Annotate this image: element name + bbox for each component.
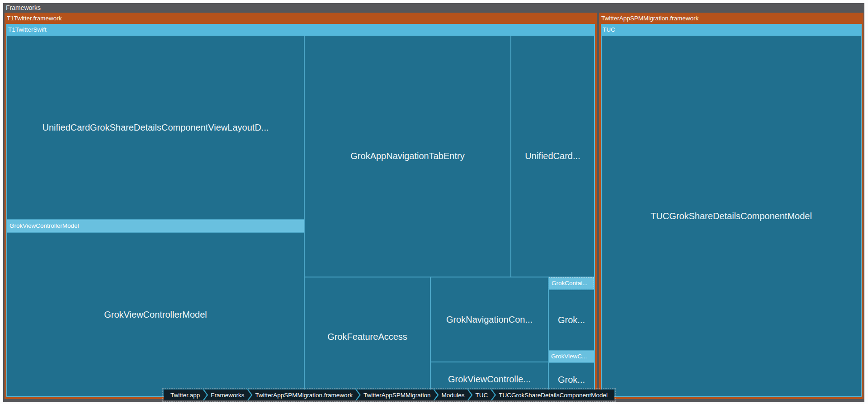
- node-label: TUCGrokShareDetailsComponentModel: [647, 211, 816, 221]
- node-label: GrokNavigationCon...: [443, 315, 536, 325]
- framework-label-t1twitter: T1Twitter.framework: [7, 13, 594, 24]
- node-group-header-grok-container[interactable]: GrokContai...: [549, 277, 594, 289]
- node-label: GrokViewControlle...: [444, 374, 534, 385]
- breadcrumb-item-modules[interactable]: Modules: [434, 390, 471, 400]
- breadcrumb-item-tuc[interactable]: TUC: [468, 390, 495, 400]
- module-group-tuc[interactable]: TUC TUCGrokShareDetailsComponentModel: [601, 24, 862, 397]
- breadcrumb-item-twitterappspmmigration-framework[interactable]: TwitterAppSPMMigration.framework: [249, 390, 359, 400]
- treemap-page: Frameworks T1Twitter.framework T1Twitter…: [0, 0, 868, 404]
- node-label: GrokAppNavigationTabEntry: [347, 151, 468, 161]
- node-grok-feature-access[interactable]: GrokFeatureAccess: [305, 277, 430, 396]
- framework-group-twitterappspmmigration[interactable]: TwitterAppSPMMigration.framework TUC TUC…: [599, 13, 863, 399]
- node-grok-container-child[interactable]: Grok...: [549, 290, 594, 350]
- breadcrumb-item-frameworks[interactable]: Frameworks: [204, 390, 251, 400]
- module-label-t1twitterswift: T1TwitterSwift: [8, 24, 593, 36]
- node-label: Grok...: [554, 375, 589, 385]
- frameworks-group-label: Frameworks: [6, 3, 41, 13]
- breadcrumb-item-twitter-app[interactable]: Twitter.app: [164, 390, 207, 400]
- breadcrumb-item-tucgroksharedetailscomponentmodel[interactable]: TUCGrokShareDetailsComponentModel: [492, 390, 614, 400]
- treemap-content-t1twitterswift: UnifiedCardGrokShareDetailsComponentView…: [7, 36, 594, 396]
- treemap-content-tuc: TUCGrokShareDetailsComponentModel: [602, 36, 861, 396]
- node-tuc-grok-share-details-component-model[interactable]: TUCGrokShareDetailsComponentModel: [602, 36, 861, 396]
- node-label: Grok...: [554, 315, 589, 325]
- node-group-header-grok-view-c[interactable]: GrokViewC...: [549, 351, 594, 362]
- node-group-header-grok-vc-model[interactable]: GrokViewControllerModel: [7, 220, 304, 232]
- node-label: GrokFeatureAccess: [324, 332, 411, 342]
- breadcrumb-item-twitterappspmmigration[interactable]: TwitterAppSPMMigration: [357, 390, 438, 400]
- node-unified-card[interactable]: UnifiedCard...: [511, 36, 594, 277]
- node-label: UnifiedCard...: [521, 151, 584, 161]
- framework-group-t1twitter[interactable]: T1Twitter.framework T1TwitterSwift Unifi…: [5, 13, 597, 399]
- frameworks-group[interactable]: Frameworks T1Twitter.framework T1Twitter…: [3, 3, 864, 402]
- node-label: UnifiedCardGrokShareDetailsComponentView…: [39, 122, 273, 133]
- node-label: GrokViewControllerModel: [100, 310, 211, 320]
- node-grok-app-navigation-tab-entry[interactable]: GrokAppNavigationTabEntry: [305, 36, 510, 277]
- module-group-t1twitterswift[interactable]: T1TwitterSwift UnifiedCardGrokShareDetai…: [6, 24, 595, 397]
- node-grok-navigation-con[interactable]: GrokNavigationCon...: [431, 277, 548, 362]
- module-label-tuc: TUC: [603, 24, 860, 36]
- framework-label-twitterappspmmigration: TwitterAppSPMMigration.framework: [601, 13, 861, 24]
- breadcrumb: Twitter.app Frameworks TwitterAppSPMMigr…: [164, 390, 614, 400]
- node-grok-view-controller-model[interactable]: GrokViewControllerModel: [7, 233, 304, 396]
- node-unified-card-layout[interactable]: UnifiedCardGrokShareDetailsComponentView…: [7, 36, 304, 219]
